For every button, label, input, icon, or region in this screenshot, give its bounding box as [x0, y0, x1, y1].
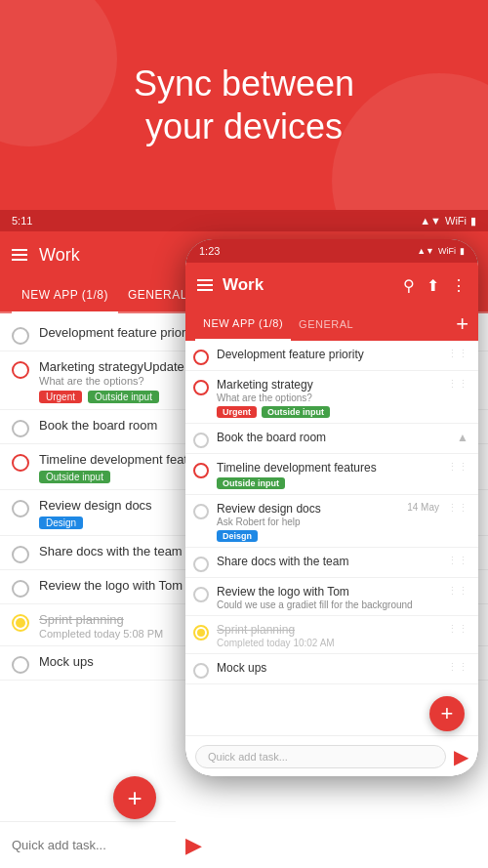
- phone-task-checkbox[interactable]: [193, 380, 209, 395]
- drag-handle-phone: ⋮⋮: [447, 585, 468, 598]
- phone-task-title: Share docs with the team: [217, 555, 439, 568]
- phone-task-content: Share docs with the team: [217, 555, 439, 568]
- tag-urgent: Urgent: [39, 391, 82, 403]
- send-icon[interactable]: ▶: [185, 833, 202, 858]
- phone-task-title: Marketing strategy: [217, 378, 439, 392]
- tablet-wifi-icon: WiFi: [445, 215, 467, 227]
- phone-task-title: Review design docs: [217, 502, 399, 516]
- phone-search-icon[interactable]: ⚲: [403, 276, 415, 295]
- phone-battery-icon: ▮: [460, 246, 465, 256]
- phone-inner: 1:23 ▲▼ WiFi ▮ Work ⚲ ⬆ ⋮: [185, 239, 478, 776]
- phone-more-icon[interactable]: ⋮: [451, 276, 467, 295]
- phone-status-bar: 1:23 ▲▼ WiFi ▮: [185, 239, 478, 263]
- list-item: Marketing strategy What are the options?…: [185, 371, 478, 424]
- task-checkbox[interactable]: [12, 361, 29, 379]
- phone-task-content: Timeline development features Outside in…: [217, 461, 439, 489]
- phone-quick-add-input[interactable]: Quick add task...: [195, 745, 446, 768]
- phone-task-date: 14 May: [407, 502, 439, 513]
- phone-task-content: Development feature priority: [217, 348, 439, 361]
- task-checkbox[interactable]: [12, 420, 29, 437]
- tablet-quick-add: ▶: [0, 821, 176, 868]
- list-item: Mock ups ⋮⋮: [185, 654, 478, 684]
- list-item: Sprint planning Completed today 10:02 AM…: [185, 616, 478, 654]
- phone-task-checkbox-yellow[interactable]: [193, 625, 209, 641]
- phone-wifi-icon: WiFi: [438, 246, 456, 256]
- phone-task-tags: Urgent Outside input: [217, 406, 439, 418]
- phone-task-title: Development feature priority: [217, 348, 439, 361]
- phone-share-icon[interactable]: ⬆: [427, 276, 439, 295]
- phone-task-title: Book the board room: [217, 431, 449, 444]
- menu-icon[interactable]: [12, 249, 27, 261]
- phone-task-content: Mock ups: [217, 661, 439, 675]
- tablet-battery-icon: ▮: [470, 215, 476, 227]
- fab-tablet-button[interactable]: +: [113, 776, 156, 819]
- task-checkbox[interactable]: [12, 546, 29, 563]
- phone-tab-add[interactable]: +: [456, 311, 468, 337]
- task-checkbox[interactable]: [12, 454, 29, 472]
- list-item: Share docs with the team ⋮⋮: [185, 548, 478, 578]
- phone-task-subtitle: What are the options?: [217, 393, 439, 403]
- task-checkbox[interactable]: [12, 656, 29, 674]
- tablet-time: 5:11: [12, 215, 32, 227]
- phone-send-icon[interactable]: ▶: [454, 745, 468, 768]
- phone-tag-design: Deisgn: [217, 530, 258, 542]
- phone-task-content: Review design docs Ask Robert for help D…: [217, 502, 399, 542]
- hero-circle-right: [332, 73, 488, 210]
- fab-phone-button[interactable]: +: [429, 696, 465, 731]
- phone-task-checkbox[interactable]: [193, 350, 209, 365]
- phone-task-tags: Deisgn: [217, 530, 399, 542]
- tag-design: Design: [39, 517, 83, 529]
- phone-task-checkbox[interactable]: [193, 504, 209, 519]
- phone-menu-icon[interactable]: [197, 279, 213, 291]
- tab-new-app[interactable]: NEW APP (1/8): [12, 278, 118, 313]
- phone-top-bar: Work ⚲ ⬆ ⋮: [185, 263, 478, 308]
- phone-task-checkbox[interactable]: [193, 663, 209, 679]
- hero-circle-left: [0, 0, 117, 146]
- phone-tag-urgent: Urgent: [217, 406, 257, 418]
- phone-status-icons: ▲▼ WiFi ▮: [417, 246, 465, 256]
- phone-task-checkbox[interactable]: [193, 433, 209, 448]
- phone-task-title: Review the logo with Tom: [217, 585, 439, 599]
- task-checkbox[interactable]: [12, 500, 29, 517]
- phone-task-title: Timeline development features: [217, 461, 439, 475]
- list-item: Timeline development features Outside in…: [185, 454, 478, 495]
- hero-section: Sync between your devices: [0, 0, 488, 210]
- phone-tag-outside: Outside input: [217, 477, 285, 489]
- phone-tab-new-app[interactable]: NEW APP (1/8): [195, 308, 291, 341]
- phone-task-checkbox[interactable]: [193, 587, 209, 602]
- list-item: Review design docs Ask Robert for help D…: [185, 495, 478, 548]
- tag-outside-input: Outside input: [39, 471, 110, 483]
- tablet-status-bar: 5:11 ▲▼ WiFi ▮: [0, 210, 488, 231]
- phone-task-content: Review the logo with Tom Could we use a …: [217, 585, 439, 610]
- phone-top-icons: ⚲ ⬆ ⋮: [403, 276, 467, 295]
- drag-handle-phone: ⋮⋮: [447, 661, 468, 674]
- phone-task-title: Mock ups: [217, 661, 439, 675]
- phone-task-content: Book the board room: [217, 431, 449, 444]
- phone-task-content: Sprint planning Completed today 10:02 AM: [217, 623, 439, 648]
- phone-task-content: Marketing strategy What are the options?…: [217, 378, 439, 418]
- phone-tab-general[interactable]: GENERAL: [291, 308, 361, 341]
- drag-handle-phone: ⋮⋮: [447, 623, 468, 636]
- phone-app-title: Work: [223, 275, 393, 295]
- phone-task-tags: Outside input: [217, 477, 439, 489]
- hero-text: Sync between your devices: [134, 62, 354, 146]
- phone-task-title: Sprint planning: [217, 623, 439, 637]
- quick-add-input-tablet[interactable]: [12, 838, 176, 852]
- task-checkbox[interactable]: [12, 580, 29, 598]
- task-checkbox[interactable]: [12, 327, 29, 345]
- phone-tag-outside-input: Outside input: [262, 406, 330, 418]
- collapse-icon[interactable]: ▲: [457, 431, 468, 444]
- list-item: Book the board room ▲: [185, 424, 478, 454]
- tablet-signal-icon: ▲▼: [420, 215, 441, 227]
- phone-task-checkbox[interactable]: [193, 463, 209, 478]
- tag-outside-input: Outside input: [88, 391, 159, 403]
- hero-title: Sync between your devices: [134, 62, 354, 146]
- phone-task-subtitle: Could we use a gradiet fill for the back…: [217, 599, 439, 610]
- phone-quick-add: Quick add task... ▶: [185, 735, 478, 776]
- task-checkbox-yellow[interactable]: [12, 614, 29, 632]
- list-item: Review the logo with Tom Could we use a …: [185, 578, 478, 616]
- phone-task-checkbox[interactable]: [193, 557, 209, 572]
- drag-handle-phone: ⋮⋮: [447, 461, 468, 474]
- phone-tabs: NEW APP (1/8) GENERAL +: [185, 308, 478, 341]
- drag-handle-phone: ⋮⋮: [447, 348, 468, 360]
